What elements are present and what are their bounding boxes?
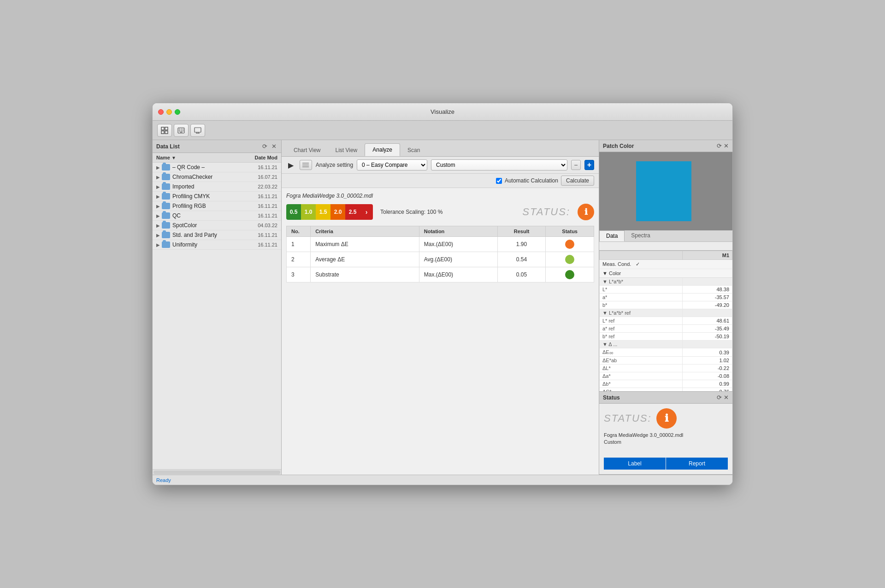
svg-rect-6: [181, 129, 182, 129]
cell-result: 1.90: [497, 237, 546, 252]
list-item: a* -35.57: [600, 294, 732, 301]
data-value: [683, 278, 732, 286]
analyze-setting-select[interactable]: 0 – Easy Compare: [357, 159, 427, 171]
sidebar-item[interactable]: ▶ Profiling CMYK 16.11.21: [153, 192, 281, 201]
data-label: ΔE₀₀: [600, 348, 683, 357]
folder-icon: [162, 241, 170, 248]
cell-notation: Avg.(ΔE00): [419, 252, 497, 267]
svg-rect-2: [161, 131, 164, 134]
list-item: ▼ L*a*b* ref: [600, 309, 732, 317]
data-value: 0.39: [683, 348, 732, 357]
tab-chart-view[interactable]: Chart View: [286, 144, 328, 156]
sidebar-item[interactable]: ▶ ChromaChecker 16.07.21: [153, 172, 281, 182]
minimize-button[interactable]: [166, 109, 172, 115]
cell-status: [546, 267, 594, 282]
sidebar-col-headers: Name ▼ Date Mod: [153, 153, 281, 163]
sidebar-item[interactable]: ▶ SpotColor 04.03.22: [153, 221, 281, 230]
sidebar-close-button[interactable]: ✕: [270, 143, 277, 150]
sidebar-item[interactable]: ▶ QC 16.11.21: [153, 211, 281, 221]
cell-no: 3: [287, 267, 311, 282]
minus-button[interactable]: −: [571, 160, 581, 170]
label-button[interactable]: Label: [604, 458, 666, 470]
status-refresh-button[interactable]: ⟳: [717, 394, 722, 401]
sidebar-header-actions: ⟳ ✕: [261, 143, 277, 150]
sidebar-item-arrow: ▶: [156, 175, 162, 180]
col-date-header: Date Mod: [245, 155, 277, 160]
th-notation: Notation: [419, 226, 497, 237]
list-item: Δb* 0.99: [600, 380, 732, 388]
main-toolbar: [153, 121, 732, 140]
cell-status: [546, 237, 594, 252]
data-value: -35.49: [683, 325, 732, 333]
tolerance-pills: 0.5 1.0 1.5 2.0 2.5 ›: [286, 204, 373, 220]
sidebar-item[interactable]: ▶ Uniformity 16.11.21: [153, 240, 281, 250]
sidebar-item[interactable]: ▶ Std. and 3rd Party 16.11.21: [153, 230, 281, 240]
keyboard-view-button[interactable]: [174, 124, 189, 137]
list-item: ΔL* -0.22: [600, 365, 732, 372]
sidebar-scrollbar[interactable]: [153, 469, 281, 475]
sidebar-item-name: Profiling RGB: [172, 203, 252, 209]
folder-icon: [162, 212, 170, 219]
status-panel-custom: Custom: [604, 439, 728, 445]
patch-tab-spectra[interactable]: Spectra: [625, 230, 656, 241]
tab-scan[interactable]: Scan: [400, 144, 427, 156]
sidebar-item-name: Profiling CMYK: [172, 193, 252, 200]
status-dot: [565, 255, 574, 264]
grid-view-button[interactable]: [157, 124, 172, 137]
data-label: Δb*: [600, 380, 683, 388]
data-label: L* ref: [600, 317, 683, 325]
sidebar-item[interactable]: ▶ Imported 22.03.22: [153, 182, 281, 192]
sidebar-item-arrow: ▶: [156, 233, 162, 238]
plus-button[interactable]: +: [584, 160, 594, 170]
sidebar-item-date: 16.11.21: [252, 232, 277, 238]
custom-select[interactable]: Custom: [431, 159, 567, 171]
criteria-table: No. Criteria Notation Result Status 1 Ma…: [286, 226, 594, 282]
scrollbar-track[interactable]: [153, 470, 280, 474]
svg-rect-0: [161, 127, 164, 130]
grid-button[interactable]: [300, 160, 312, 170]
main-window: Visualize: [152, 103, 733, 485]
patch-preview: [599, 152, 732, 230]
patch-color-refresh-button[interactable]: ⟳: [717, 142, 722, 149]
data-value: 1.02: [683, 357, 732, 365]
data-value: [683, 309, 732, 317]
status-panel-icon[interactable]: ℹ: [656, 408, 677, 429]
svg-rect-8: [179, 130, 180, 131]
patch-color-close-button[interactable]: ✕: [724, 142, 729, 149]
display-view-button[interactable]: [190, 124, 205, 137]
close-button[interactable]: [158, 109, 164, 115]
maximize-button[interactable]: [175, 109, 180, 115]
patch-info: Meas. Cond. ✓: [600, 260, 732, 269]
status-panel-content: STATUS: ℹ Fogra MediaWedge 3.0_00002.mdl…: [599, 404, 732, 474]
titlebar: Visualize: [153, 103, 732, 121]
sidebar-item-name: SpotColor: [172, 222, 252, 229]
sidebar-refresh-button[interactable]: ⟳: [261, 143, 268, 150]
data-label: b* ref: [600, 333, 683, 341]
list-item: b* ref -50.19: [600, 333, 732, 341]
tab-list-view[interactable]: List View: [328, 144, 365, 156]
file-label: Fogra MediaWedge 3.0_00002.mdl: [286, 193, 594, 199]
sidebar-item-arrow: ▶: [156, 223, 162, 228]
data-value: 48.61: [683, 317, 732, 325]
data-col-label: [600, 251, 683, 260]
sidebar-item[interactable]: ▶ Profiling RGB 16.11.21: [153, 201, 281, 211]
svg-rect-10: [183, 130, 183, 131]
list-item: ΔE*ab 1.02: [600, 357, 732, 365]
tab-analyze[interactable]: Analyze: [365, 143, 400, 156]
status-icon[interactable]: ℹ: [578, 204, 594, 220]
patch-info-row-2: ▼ Color: [600, 269, 732, 278]
pill-1-5: 1.5: [316, 204, 330, 220]
data-label: a* ref: [600, 325, 683, 333]
auto-calc-checkbox[interactable]: [496, 178, 502, 184]
table-row: 2 Average ΔE Avg.(ΔE00) 0.54: [287, 252, 594, 267]
sidebar-item-date: 04.03.22: [252, 223, 277, 228]
status-close-button[interactable]: ✕: [724, 394, 729, 401]
calculate-button[interactable]: Calculate: [561, 176, 594, 186]
sidebar-item-name: Imported: [172, 183, 252, 190]
run-button[interactable]: ▶: [286, 160, 296, 170]
report-button[interactable]: Report: [666, 458, 728, 470]
patch-tab-data[interactable]: Data: [599, 230, 625, 241]
sidebar-item[interactable]: ▶ – QR Code – 16.11.21: [153, 163, 281, 172]
svg-rect-1: [165, 127, 168, 130]
list-item: ΔE₀₀ 0.39: [600, 348, 732, 357]
